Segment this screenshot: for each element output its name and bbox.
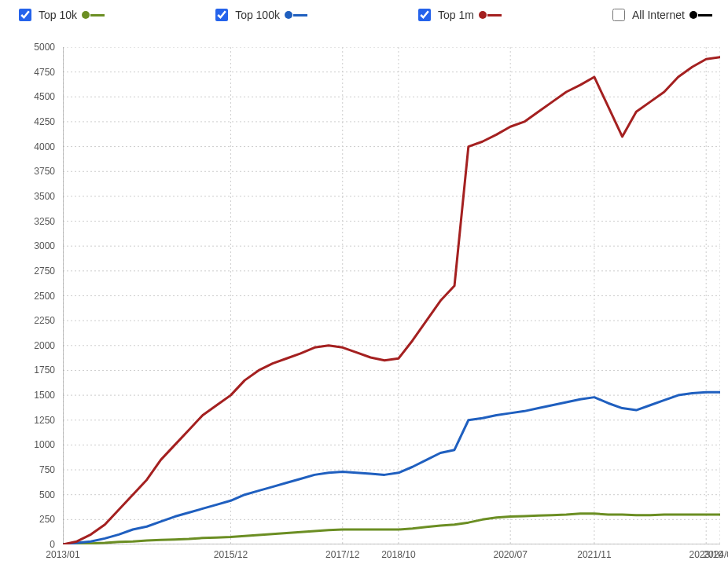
legend-swatch [285,11,307,19]
chart-container: Top 10k Top 100k Top 1m All Interne [0,0,728,568]
line-icon [90,14,105,16]
line-icon [293,14,307,16]
y-tick-label: 4750 [8,67,55,78]
series-line [63,514,720,544]
y-tick-label: 3000 [8,240,55,251]
legend-swatch [479,11,502,19]
y-tick-label: 1250 [8,415,55,426]
y-tick-label: 2500 [8,291,55,302]
legend-swatch [689,11,712,19]
y-tick-label: 3250 [8,216,55,227]
y-tick-label: 3500 [8,191,55,202]
x-tick-label: 2021/11 [577,549,611,560]
x-tick-label: 2015/12 [214,549,248,560]
legend-checkbox-top100k[interactable] [215,9,228,21]
x-tick-label: 2018/10 [381,549,415,560]
legend-item-top100k[interactable]: Top 100k [212,6,307,24]
x-axis: 2013/012015/122017/122018/102020/072021/… [63,544,720,568]
x-tick-label: 2013/01 [46,549,79,560]
y-tick-label: 0 [8,539,55,550]
chart-area: 0250500750100012501500175020002250250027… [0,31,728,568]
series-line [63,57,720,544]
y-tick-label: 2250 [8,315,55,326]
y-tick-label: 1750 [8,365,55,376]
legend-label: All Internet [632,9,685,21]
y-tick-label: 750 [8,464,55,475]
legend-checkbox-allinternet[interactable] [612,9,625,21]
legend-item-allinternet[interactable]: All Internet [609,6,712,24]
plot-region [63,47,720,544]
line-icon [487,14,502,16]
legend-swatch [82,11,105,19]
circle-icon [82,11,90,19]
legend-checkbox-top1m[interactable] [418,9,431,21]
x-tick-label: 2020/07 [493,549,527,560]
legend-checkbox-top10k[interactable] [19,9,31,21]
circle-icon [479,11,487,19]
y-tick-label: 500 [8,489,55,500]
y-tick-label: 2750 [8,266,55,277]
legend-item-top10k[interactable]: Top 10k [16,6,105,24]
circle-icon [689,11,697,19]
y-tick-label: 5000 [8,42,55,53]
y-tick-label: 3750 [8,166,55,177]
line-icon [698,14,712,16]
y-tick-label: 4000 [8,141,55,152]
y-tick-label: 250 [8,514,55,525]
y-tick-label: 2000 [8,340,55,351]
legend-item-top1m[interactable]: Top 1m [415,6,502,24]
series-line [63,392,720,544]
x-tick-label: 2017/12 [325,549,359,560]
legend: Top 10k Top 100k Top 1m All Interne [0,0,728,27]
y-tick-label: 1500 [8,390,55,401]
y-tick-label: 1000 [8,439,55,450]
legend-label: Top 100k [235,9,280,21]
legend-label: Top 1m [438,9,474,21]
x-tick-label: 2024/01 [703,549,728,560]
y-axis: 0250500750100012501500175020002250250027… [0,31,63,568]
circle-icon [285,11,292,19]
y-tick-label: 4250 [8,116,55,127]
plot-svg [63,47,720,544]
legend-label: Top 10k [39,9,77,21]
y-tick-label: 4500 [8,91,55,102]
